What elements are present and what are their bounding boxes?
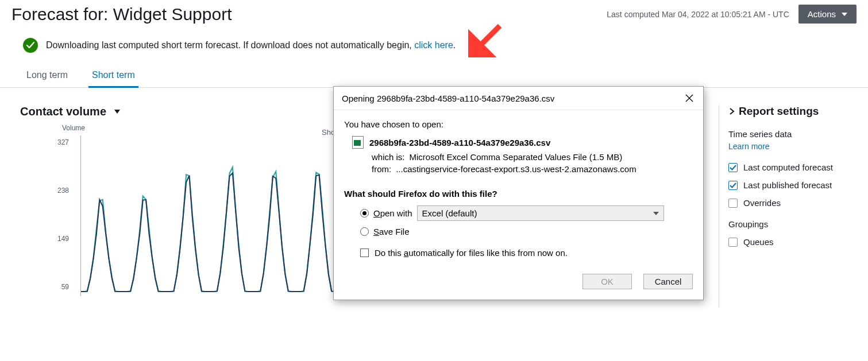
- open-with-selected: Excel (default): [422, 208, 477, 218]
- caret-down-icon: [114, 110, 120, 114]
- download-dialog: Opening 2968b9fa-23bd-4589-a110-54a379e2…: [333, 86, 704, 300]
- checkbox-icon: [360, 249, 369, 257]
- groupings-title: Groupings: [728, 219, 857, 229]
- tab-bar: Long term Short term: [0, 59, 868, 88]
- download-notification: Downloading last computed short term for…: [0, 24, 868, 59]
- tab-long-term[interactable]: Long term: [23, 70, 71, 87]
- checkbox-label: Last published forecast: [743, 180, 832, 190]
- chevron-right-icon: [728, 105, 735, 118]
- y-tick: 238: [46, 187, 69, 195]
- notification-text: Downloading last computed short term for…: [46, 40, 456, 51]
- auto-label: Do this automatically for files like thi…: [375, 248, 568, 258]
- notification-text-post: .: [453, 40, 456, 50]
- actions-button-label: Actions: [808, 9, 836, 19]
- open-with-select[interactable]: Excel (default): [417, 205, 664, 221]
- actions-button[interactable]: Actions: [798, 5, 857, 24]
- radio-open-with[interactable]: Open with Excel (default): [360, 205, 693, 221]
- checkbox-label: Queues: [743, 237, 774, 247]
- checkbox-icon: [728, 238, 738, 247]
- caret-down-icon: [653, 212, 659, 215]
- success-check-icon: [23, 38, 38, 53]
- learn-more-link[interactable]: Learn more: [728, 142, 770, 151]
- page-title: Forecast for: Widget Support: [11, 5, 607, 24]
- which-is-label: which is:: [372, 152, 405, 162]
- click-here-link[interactable]: click here: [414, 40, 453, 50]
- checkbox-queues[interactable]: Queues: [728, 237, 857, 247]
- save-file-label: Save File: [373, 227, 410, 236]
- tab-short-term[interactable]: Short term: [88, 70, 138, 88]
- excel-file-icon: [352, 136, 364, 149]
- caret-down-icon: [842, 13, 847, 16]
- time-series-title: Time series data: [728, 129, 857, 139]
- checkbox-overrides[interactable]: Overrides: [728, 198, 857, 208]
- radio-icon: [360, 227, 369, 236]
- open-with-label: Open with: [373, 208, 412, 218]
- checkbox-label: Last computed forecast: [743, 162, 833, 172]
- checkbox-last-computed[interactable]: Last computed forecast: [728, 162, 857, 172]
- from-value: ...castingservice-forecast-export.s3.us-…: [396, 164, 636, 174]
- dialog-chosen-text: You have chosen to open:: [344, 119, 693, 129]
- checkbox-label: Overrides: [743, 198, 781, 208]
- last-computed-text: Last computed Mar 04, 2022 at 10:05:21 A…: [607, 10, 789, 19]
- dialog-close-button[interactable]: [681, 90, 697, 106]
- y-tick: 149: [46, 235, 69, 243]
- close-icon: [685, 94, 693, 102]
- radio-icon: [360, 209, 369, 218]
- from-label: from:: [372, 164, 391, 174]
- y-tick: 59: [46, 283, 69, 291]
- dialog-question: What should Firefox do with this file?: [344, 189, 693, 199]
- checkbox-icon: [728, 199, 738, 208]
- checkbox-icon: [728, 181, 738, 190]
- notification-text-pre: Downloading last computed short term for…: [46, 40, 414, 50]
- y-tick: 327: [46, 138, 69, 146]
- report-settings-label: Report settings: [739, 105, 819, 118]
- dialog-title-text: Opening 2968b9fa-23bd-4589-a110-54a379e2…: [342, 94, 554, 103]
- which-is-value: Microsoft Excel Comma Separated Values F…: [410, 152, 623, 162]
- checkbox-do-automatically[interactable]: Do this automatically for files like thi…: [360, 248, 693, 258]
- ok-button[interactable]: OK: [582, 274, 632, 289]
- dialog-filename: 2968b9fa-23bd-4589-a110-54a379e29a36.csv: [369, 138, 550, 147]
- radio-save-file[interactable]: Save File: [360, 227, 693, 236]
- checkbox-last-published[interactable]: Last published forecast: [728, 180, 857, 190]
- report-settings-header[interactable]: Report settings: [728, 105, 857, 118]
- chart-title: Contact volume: [20, 105, 106, 118]
- checkbox-icon: [728, 163, 738, 172]
- cancel-button[interactable]: Cancel: [643, 274, 693, 289]
